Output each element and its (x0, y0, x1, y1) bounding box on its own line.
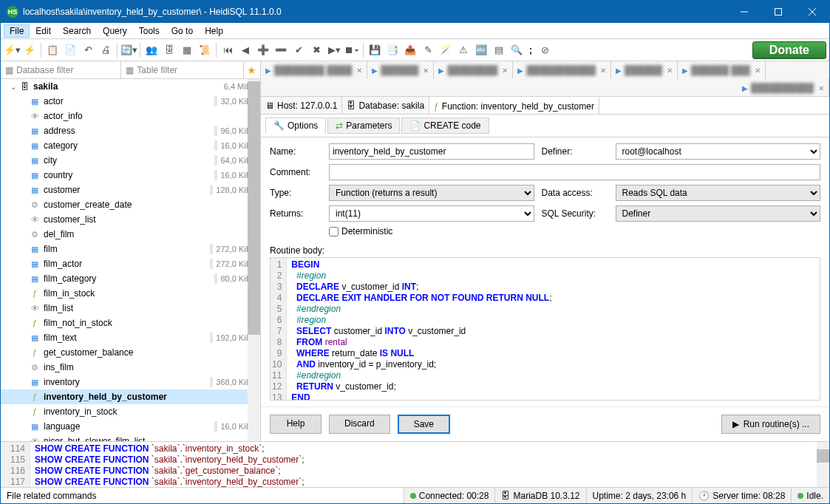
tree-item[interactable]: ▦customer128,0 KiB (1, 183, 260, 197)
close-icon[interactable]: ✕ (356, 67, 362, 75)
tree-item[interactable]: ▦category16,0 KiB (1, 138, 260, 153)
returns-field[interactable]: int(11) (329, 205, 534, 222)
session-tab[interactable]: ▶████████ ████✕ (261, 61, 367, 79)
favorites-icon[interactable]: ★ (244, 61, 260, 78)
close-icon[interactable]: ✕ (667, 67, 673, 75)
close-icon[interactable]: ✕ (818, 84, 824, 92)
donate-button[interactable]: Donate (752, 41, 826, 59)
tab-database[interactable]: 🗄Database: sakila (342, 97, 429, 115)
db-filter[interactable]: ▦ Database filter (1, 61, 121, 78)
menu-file[interactable]: File (4, 24, 30, 38)
tool-vars-icon[interactable]: 🔤 (473, 42, 489, 58)
tree-item[interactable]: ▦inventory368,0 KiB (1, 375, 260, 389)
tool-wand-icon[interactable]: 🪄 (438, 42, 454, 58)
tree-item[interactable]: ▦film_text192,0 KiB (1, 330, 260, 345)
minimize-button[interactable] (727, 1, 761, 23)
tool-semicolon[interactable]: ; (526, 45, 535, 55)
menu-edit[interactable]: Edit (30, 24, 57, 38)
tool-export-icon[interactable]: 📤 (402, 42, 418, 58)
code-editor[interactable]: 12345678910111213 BEGIN #region DECLARE … (270, 257, 820, 401)
tool-grid-icon[interactable]: ▤ (491, 42, 507, 58)
tool-warn-icon[interactable]: ⚠ (455, 42, 472, 58)
close-icon[interactable]: ✕ (502, 67, 508, 75)
type-field[interactable]: Function (returns a result) (329, 185, 534, 201)
table-filter[interactable]: ▦ Table filter (121, 61, 243, 78)
tree-item[interactable]: ⚙ins_film (1, 360, 260, 375)
tree-scrollbar[interactable] (248, 79, 260, 441)
tool-save-icon[interactable]: 💾 (367, 42, 383, 58)
menu-help[interactable]: Help (199, 24, 229, 38)
tree-item[interactable]: 👁nicer_but_slower_film_list (1, 434, 260, 441)
tool-table-icon[interactable]: ▦ (179, 42, 195, 58)
sql-log[interactable]: 114115116117 SHOW CREATE FUNCTION `sakil… (1, 441, 829, 487)
maximize-button[interactable] (761, 1, 795, 23)
tool-exit-icon[interactable]: ⊘ (537, 42, 553, 58)
tool-remove-icon[interactable]: ➖ (273, 42, 289, 58)
tab-host[interactable]: 🖥Host: 127.0.0.1 (261, 97, 342, 115)
close-icon[interactable]: ✕ (423, 67, 429, 75)
close-icon[interactable]: ✕ (600, 67, 606, 75)
tree-item[interactable]: ▦language16,0 KiB (1, 419, 260, 434)
menu-query[interactable]: Query (97, 24, 133, 38)
tree-item[interactable]: ▦film272,0 KiB (1, 242, 260, 256)
tree-item[interactable]: 👁film_list (1, 301, 260, 316)
scrollbar-thumb[interactable] (248, 81, 260, 335)
menu-tools[interactable]: Tools (133, 24, 166, 38)
tree-item[interactable]: ▦country16,0 KiB (1, 168, 260, 183)
tool-db-icon[interactable]: 🗄 (161, 42, 177, 58)
session-tab[interactable]: ▶██████✕ (367, 61, 434, 79)
subtab-options[interactable]: 🔧Options (265, 118, 326, 134)
tool-undo-icon[interactable]: ↶ (80, 42, 96, 58)
help-button[interactable]: Help (270, 415, 322, 434)
subtab-parameters[interactable]: ⇄Parameters (327, 118, 400, 134)
deterministic-check[interactable]: Deterministic (329, 226, 534, 236)
tree-item[interactable]: ▦city64,0 KiB (1, 153, 260, 168)
menu-goto[interactable]: Go to (166, 24, 199, 38)
save-button[interactable]: Save (398, 415, 450, 434)
tool-connect-icon[interactable]: ⚡▾ (4, 42, 20, 58)
tool-paste-icon[interactable]: 📄 (62, 42, 78, 58)
deterministic-checkbox[interactable] (329, 227, 339, 236)
name-field[interactable] (329, 143, 534, 160)
tool-print-icon[interactable]: 🖨 (98, 42, 114, 58)
session-tab[interactable]: ▶██████████✕ (738, 79, 829, 97)
tree-item[interactable]: ƒfilm_not_in_stock (1, 316, 260, 330)
tree-item[interactable]: ⚙del_film (1, 227, 260, 242)
tab-function[interactable]: ƒFunction: inventory_held_by_customer (429, 98, 599, 115)
comment-field[interactable] (329, 164, 820, 180)
menu-search[interactable]: Search (57, 24, 97, 38)
tool-log-icon[interactable]: 📜 (197, 42, 213, 58)
data-access-field[interactable]: Reads SQL data (616, 185, 821, 201)
collapse-icon[interactable]: ⌄ (8, 83, 18, 91)
discard-button[interactable]: Discard (329, 415, 390, 434)
tree-item[interactable]: ƒinventory_in_stock (1, 404, 260, 419)
tool-snippets-icon[interactable]: 📑 (384, 42, 401, 58)
tree-item[interactable]: ▦film_actor272,0 KiB (1, 256, 260, 271)
tool-add-icon[interactable]: ➕ (255, 42, 271, 58)
tool-ok-icon[interactable]: ✔ (290, 42, 307, 58)
sql-security-field[interactable]: Definer (616, 205, 821, 222)
tool-stop-icon[interactable]: ⏹▾ (344, 42, 360, 58)
run-button[interactable]: ▶Run routine(s) ... (721, 415, 820, 434)
definer-field[interactable]: root@localhost (616, 143, 821, 160)
tool-query-icon[interactable]: 🔍 (508, 42, 525, 58)
subtab-create[interactable]: 📄CREATE code (401, 118, 489, 134)
tree-item[interactable]: ƒfilm_in_stock (1, 286, 260, 301)
tool-cancel-icon[interactable]: ✖ (308, 42, 324, 58)
tool-prev-icon[interactable]: ◀ (237, 42, 254, 58)
tool-run-icon[interactable]: ▶▾ (326, 42, 342, 58)
code-body[interactable]: BEGIN #region DECLARE v_customer_id INT;… (287, 258, 556, 400)
tool-disconnect-icon[interactable]: ⚡ (21, 42, 38, 58)
close-button[interactable] (795, 1, 829, 23)
tool-user-icon[interactable]: 👥 (143, 42, 160, 58)
tree-item[interactable]: ⚙customer_create_date (1, 197, 260, 212)
session-tab[interactable]: ▶██████✕ (611, 61, 678, 79)
log-scrollbar[interactable] (817, 442, 829, 487)
tree-item[interactable]: 👁customer_list (1, 212, 260, 227)
tree-db-row[interactable]: ⌄ 🗄 sakila 6,4 MiB (1, 79, 260, 94)
session-tab[interactable]: ▶██████ ███✕ (678, 61, 766, 79)
tree-item[interactable]: ƒinventory_held_by_customer (1, 389, 260, 404)
close-icon[interactable]: ✕ (755, 67, 761, 75)
tree-item[interactable]: 👁actor_info (1, 109, 260, 123)
tool-format-icon[interactable]: ✎ (420, 42, 436, 58)
